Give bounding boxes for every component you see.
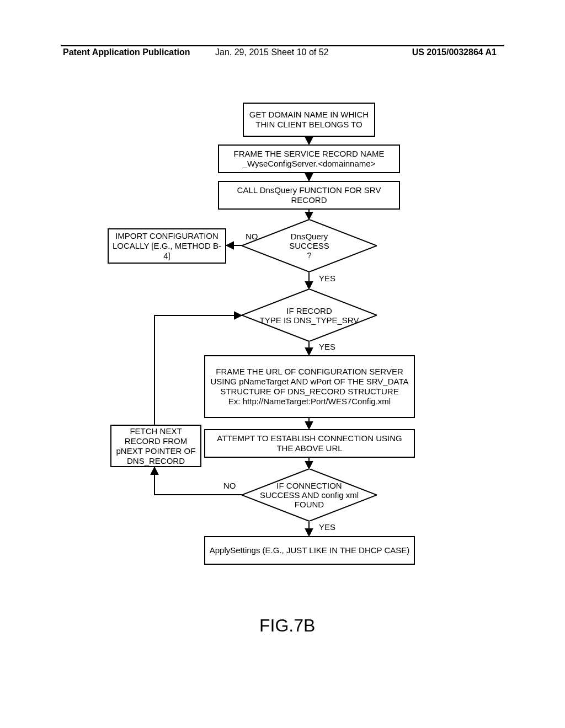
box-get-domain: GET DOMAIN NAME IN WHICH THIN CLIENT BEL… [243, 103, 375, 137]
figure-label: FIG.7B [259, 615, 315, 636]
label-no-d1: NO [246, 232, 258, 241]
header-right: US 2015/0032864 A1 [412, 47, 497, 57]
box-frame-srv-name: FRAME THE SERVICE RECORD NAME _WyseConfi… [218, 144, 400, 173]
label-yes-d2: YES [319, 342, 335, 351]
header-left: Patent Application Publication [63, 47, 190, 57]
diamond-record-type-srv: IF RECORD TYPE IS DNS_TYPE_SRV [242, 289, 377, 341]
box-attempt-connection: ATTEMPT TO ESTABLISH CONNECTION USING TH… [204, 429, 415, 458]
label-no-d3: NO [223, 481, 236, 490]
label-yes-d1: YES [319, 274, 335, 283]
diamond-d1-label: DnsQuery SUCCESS ? [242, 232, 377, 260]
page: Patent Application Publication Jan. 29, … [0, 0, 565, 728]
box-import-locally: IMPORT CONFIGURATION LOCALLY [E.G., METH… [108, 228, 226, 264]
box-call-dnsquery: CALL DnsQuery FUNCTION FOR SRV RECORD [218, 181, 400, 210]
label-yes-d3: YES [319, 522, 335, 532]
box-fetch-next-record: FETCH NEXT RECORD FROM pNEXT POINTER OF … [110, 425, 201, 467]
diamond-dnsquery-success: DnsQuery SUCCESS ? [242, 220, 377, 272]
header-mid: Jan. 29, 2015 Sheet 10 of 52 [215, 47, 329, 57]
header-rule [61, 45, 504, 46]
box-apply-settings: ApplySettings (E.G., JUST LIKE IN THE DH… [204, 536, 415, 565]
box-frame-url: FRAME THE URL OF CONFIGURATION SERVER US… [204, 355, 415, 418]
diamond-d3-label: IF CONNECTION SUCCESS AND config xml FOU… [242, 481, 377, 510]
diamond-d2-label: IF RECORD TYPE IS DNS_TYPE_SRV [242, 306, 377, 325]
diamond-connection-success: IF CONNECTION SUCCESS AND config xml FOU… [242, 469, 377, 521]
